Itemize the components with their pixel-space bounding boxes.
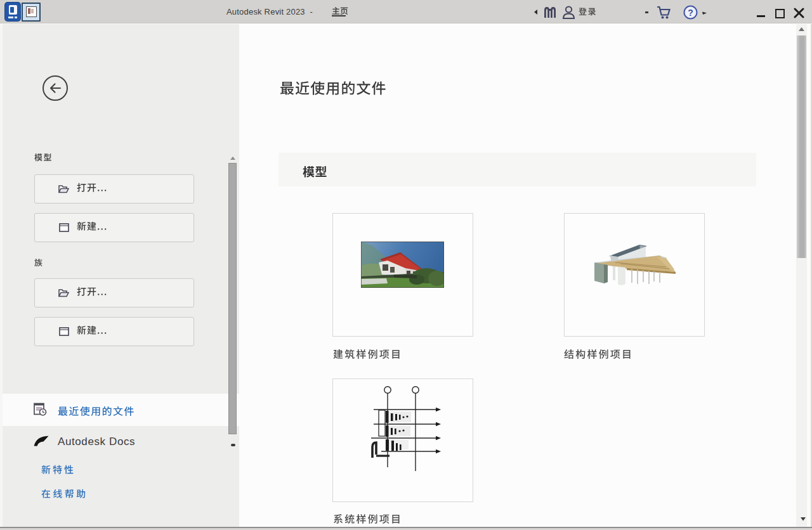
svg-text:?: ? xyxy=(688,8,693,18)
